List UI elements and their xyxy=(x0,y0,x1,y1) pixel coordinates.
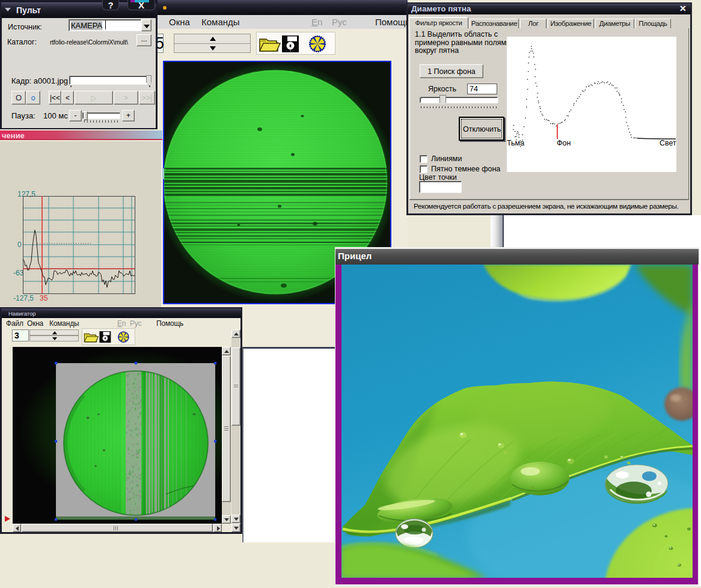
svg-text:-63: -63 xyxy=(13,269,24,277)
svg-text:127,5: 127,5 xyxy=(17,190,35,198)
svg-text:35: 35 xyxy=(40,294,48,302)
svg-text:0: 0 xyxy=(17,240,22,249)
svg-text:-127,5: -127,5 xyxy=(13,294,34,302)
